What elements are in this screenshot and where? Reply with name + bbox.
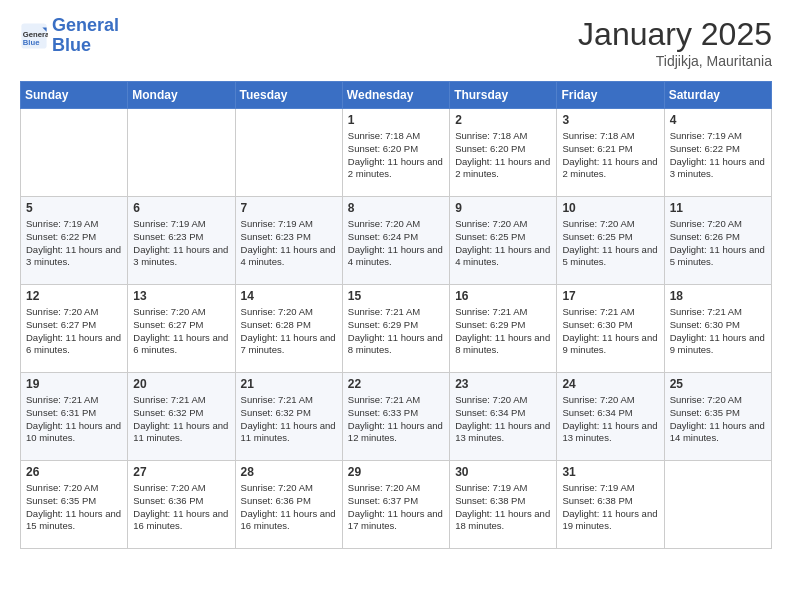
calendar-cell: 28Sunrise: 7:20 AMSunset: 6:36 PMDayligh… bbox=[235, 461, 342, 549]
calendar-cell: 11Sunrise: 7:20 AMSunset: 6:26 PMDayligh… bbox=[664, 197, 771, 285]
day-number: 4 bbox=[670, 113, 766, 127]
day-info: Sunrise: 7:21 AMSunset: 6:32 PMDaylight:… bbox=[241, 394, 337, 445]
calendar-day-header: Monday bbox=[128, 82, 235, 109]
day-number: 18 bbox=[670, 289, 766, 303]
calendar-cell: 5Sunrise: 7:19 AMSunset: 6:22 PMDaylight… bbox=[21, 197, 128, 285]
calendar-cell bbox=[664, 461, 771, 549]
day-number: 24 bbox=[562, 377, 658, 391]
calendar-day-header: Tuesday bbox=[235, 82, 342, 109]
calendar-cell: 10Sunrise: 7:20 AMSunset: 6:25 PMDayligh… bbox=[557, 197, 664, 285]
day-info: Sunrise: 7:20 AMSunset: 6:24 PMDaylight:… bbox=[348, 218, 444, 269]
day-info: Sunrise: 7:20 AMSunset: 6:34 PMDaylight:… bbox=[455, 394, 551, 445]
day-number: 16 bbox=[455, 289, 551, 303]
calendar-cell: 25Sunrise: 7:20 AMSunset: 6:35 PMDayligh… bbox=[664, 373, 771, 461]
calendar-cell: 4Sunrise: 7:19 AMSunset: 6:22 PMDaylight… bbox=[664, 109, 771, 197]
day-info: Sunrise: 7:20 AMSunset: 6:25 PMDaylight:… bbox=[455, 218, 551, 269]
calendar-cell: 30Sunrise: 7:19 AMSunset: 6:38 PMDayligh… bbox=[450, 461, 557, 549]
day-number: 13 bbox=[133, 289, 229, 303]
calendar-header-row: SundayMondayTuesdayWednesdayThursdayFrid… bbox=[21, 82, 772, 109]
calendar-cell: 23Sunrise: 7:20 AMSunset: 6:34 PMDayligh… bbox=[450, 373, 557, 461]
logo: General Blue GeneralBlue bbox=[20, 16, 119, 56]
day-number: 14 bbox=[241, 289, 337, 303]
day-info: Sunrise: 7:19 AMSunset: 6:23 PMDaylight:… bbox=[133, 218, 229, 269]
calendar-cell: 27Sunrise: 7:20 AMSunset: 6:36 PMDayligh… bbox=[128, 461, 235, 549]
day-number: 7 bbox=[241, 201, 337, 215]
day-number: 28 bbox=[241, 465, 337, 479]
day-info: Sunrise: 7:20 AMSunset: 6:35 PMDaylight:… bbox=[670, 394, 766, 445]
day-number: 22 bbox=[348, 377, 444, 391]
calendar-day-header: Wednesday bbox=[342, 82, 449, 109]
day-info: Sunrise: 7:20 AMSunset: 6:26 PMDaylight:… bbox=[670, 218, 766, 269]
calendar-cell: 31Sunrise: 7:19 AMSunset: 6:38 PMDayligh… bbox=[557, 461, 664, 549]
calendar-day-header: Thursday bbox=[450, 82, 557, 109]
day-number: 26 bbox=[26, 465, 122, 479]
day-number: 9 bbox=[455, 201, 551, 215]
calendar-week-row: 12Sunrise: 7:20 AMSunset: 6:27 PMDayligh… bbox=[21, 285, 772, 373]
day-info: Sunrise: 7:20 AMSunset: 6:36 PMDaylight:… bbox=[133, 482, 229, 533]
location: Tidjikja, Mauritania bbox=[578, 53, 772, 69]
calendar-cell: 1Sunrise: 7:18 AMSunset: 6:20 PMDaylight… bbox=[342, 109, 449, 197]
calendar-cell: 29Sunrise: 7:20 AMSunset: 6:37 PMDayligh… bbox=[342, 461, 449, 549]
day-info: Sunrise: 7:20 AMSunset: 6:28 PMDaylight:… bbox=[241, 306, 337, 357]
calendar-cell: 9Sunrise: 7:20 AMSunset: 6:25 PMDaylight… bbox=[450, 197, 557, 285]
calendar-cell bbox=[235, 109, 342, 197]
calendar-cell: 16Sunrise: 7:21 AMSunset: 6:29 PMDayligh… bbox=[450, 285, 557, 373]
day-number: 21 bbox=[241, 377, 337, 391]
day-info: Sunrise: 7:21 AMSunset: 6:29 PMDaylight:… bbox=[455, 306, 551, 357]
day-info: Sunrise: 7:21 AMSunset: 6:29 PMDaylight:… bbox=[348, 306, 444, 357]
day-info: Sunrise: 7:19 AMSunset: 6:38 PMDaylight:… bbox=[455, 482, 551, 533]
day-number: 2 bbox=[455, 113, 551, 127]
day-number: 25 bbox=[670, 377, 766, 391]
day-number: 10 bbox=[562, 201, 658, 215]
calendar-day-header: Friday bbox=[557, 82, 664, 109]
day-info: Sunrise: 7:21 AMSunset: 6:30 PMDaylight:… bbox=[562, 306, 658, 357]
day-info: Sunrise: 7:18 AMSunset: 6:20 PMDaylight:… bbox=[455, 130, 551, 181]
day-info: Sunrise: 7:20 AMSunset: 6:27 PMDaylight:… bbox=[133, 306, 229, 357]
calendar-cell: 19Sunrise: 7:21 AMSunset: 6:31 PMDayligh… bbox=[21, 373, 128, 461]
calendar-day-header: Sunday bbox=[21, 82, 128, 109]
day-info: Sunrise: 7:21 AMSunset: 6:32 PMDaylight:… bbox=[133, 394, 229, 445]
day-number: 5 bbox=[26, 201, 122, 215]
day-number: 11 bbox=[670, 201, 766, 215]
day-info: Sunrise: 7:19 AMSunset: 6:23 PMDaylight:… bbox=[241, 218, 337, 269]
day-info: Sunrise: 7:20 AMSunset: 6:25 PMDaylight:… bbox=[562, 218, 658, 269]
day-number: 15 bbox=[348, 289, 444, 303]
calendar: SundayMondayTuesdayWednesdayThursdayFrid… bbox=[20, 81, 772, 549]
day-info: Sunrise: 7:18 AMSunset: 6:20 PMDaylight:… bbox=[348, 130, 444, 181]
day-number: 17 bbox=[562, 289, 658, 303]
day-number: 12 bbox=[26, 289, 122, 303]
day-number: 31 bbox=[562, 465, 658, 479]
calendar-cell: 21Sunrise: 7:21 AMSunset: 6:32 PMDayligh… bbox=[235, 373, 342, 461]
logo-text: GeneralBlue bbox=[52, 16, 119, 56]
calendar-cell: 13Sunrise: 7:20 AMSunset: 6:27 PMDayligh… bbox=[128, 285, 235, 373]
page: General Blue GeneralBlue January 2025 Ti… bbox=[0, 0, 792, 612]
day-number: 27 bbox=[133, 465, 229, 479]
day-info: Sunrise: 7:19 AMSunset: 6:22 PMDaylight:… bbox=[670, 130, 766, 181]
day-info: Sunrise: 7:18 AMSunset: 6:21 PMDaylight:… bbox=[562, 130, 658, 181]
calendar-cell: 17Sunrise: 7:21 AMSunset: 6:30 PMDayligh… bbox=[557, 285, 664, 373]
calendar-cell bbox=[21, 109, 128, 197]
calendar-week-row: 1Sunrise: 7:18 AMSunset: 6:20 PMDaylight… bbox=[21, 109, 772, 197]
svg-text:Blue: Blue bbox=[23, 38, 40, 47]
calendar-cell: 8Sunrise: 7:20 AMSunset: 6:24 PMDaylight… bbox=[342, 197, 449, 285]
day-number: 6 bbox=[133, 201, 229, 215]
day-number: 29 bbox=[348, 465, 444, 479]
day-info: Sunrise: 7:21 AMSunset: 6:33 PMDaylight:… bbox=[348, 394, 444, 445]
day-number: 23 bbox=[455, 377, 551, 391]
day-info: Sunrise: 7:19 AMSunset: 6:22 PMDaylight:… bbox=[26, 218, 122, 269]
day-info: Sunrise: 7:20 AMSunset: 6:34 PMDaylight:… bbox=[562, 394, 658, 445]
calendar-cell: 12Sunrise: 7:20 AMSunset: 6:27 PMDayligh… bbox=[21, 285, 128, 373]
calendar-day-header: Saturday bbox=[664, 82, 771, 109]
calendar-week-row: 5Sunrise: 7:19 AMSunset: 6:22 PMDaylight… bbox=[21, 197, 772, 285]
day-info: Sunrise: 7:20 AMSunset: 6:37 PMDaylight:… bbox=[348, 482, 444, 533]
title-block: January 2025 Tidjikja, Mauritania bbox=[578, 16, 772, 69]
day-number: 20 bbox=[133, 377, 229, 391]
day-info: Sunrise: 7:20 AMSunset: 6:36 PMDaylight:… bbox=[241, 482, 337, 533]
calendar-cell: 3Sunrise: 7:18 AMSunset: 6:21 PMDaylight… bbox=[557, 109, 664, 197]
day-info: Sunrise: 7:20 AMSunset: 6:35 PMDaylight:… bbox=[26, 482, 122, 533]
calendar-cell: 14Sunrise: 7:20 AMSunset: 6:28 PMDayligh… bbox=[235, 285, 342, 373]
calendar-week-row: 19Sunrise: 7:21 AMSunset: 6:31 PMDayligh… bbox=[21, 373, 772, 461]
day-info: Sunrise: 7:21 AMSunset: 6:31 PMDaylight:… bbox=[26, 394, 122, 445]
logo-icon: General Blue bbox=[20, 22, 48, 50]
day-info: Sunrise: 7:21 AMSunset: 6:30 PMDaylight:… bbox=[670, 306, 766, 357]
